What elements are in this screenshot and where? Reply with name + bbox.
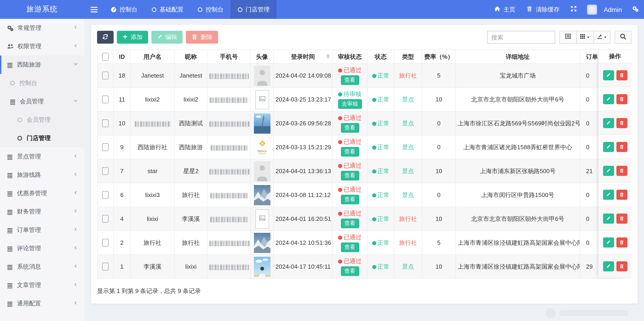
sidebar-item-common-config[interactable]: 通用配置 [0, 294, 84, 313]
nav-tab-store-management[interactable]: 门店管理 [230, 0, 276, 19]
operations-cell [598, 63, 632, 87]
cell-username: 旅行社 [130, 231, 174, 255]
sidebar-item-store-management[interactable]: 门店管理 [0, 129, 84, 148]
sidebar-item-general-management[interactable]: 常规管理 [0, 19, 84, 37]
row-checkbox[interactable] [102, 263, 108, 271]
avatar[interactable]: 西陆科技 [254, 137, 270, 157]
row-checkbox[interactable] [102, 119, 108, 127]
audit-action-button[interactable]: 查看 [341, 171, 359, 180]
delete-button[interactable]: 删除 [186, 31, 218, 44]
sidebar-item-member-management-group[interactable]: 会员管理 [0, 92, 84, 111]
cell-type: 旅行社 [394, 231, 422, 255]
row-delete-button[interactable] [616, 70, 627, 80]
app-logo[interactable]: 旅游系统 [0, 0, 84, 19]
select-all-checkbox[interactable] [102, 53, 108, 61]
row-delete-button[interactable] [616, 118, 627, 128]
nav-tab-dashboard[interactable]: 控制台 [104, 0, 144, 19]
sidebar-item-member-management[interactable]: 会员管理 [0, 111, 84, 129]
row-checkbox[interactable] [102, 167, 108, 175]
row-edit-button[interactable] [603, 189, 614, 199]
audit-action-button[interactable]: 查看 [341, 75, 359, 85]
sidebar-item-attraction-management[interactable]: 景点管理 [0, 148, 84, 166]
settings-button[interactable] [626, 0, 644, 19]
cell-rate: 5 [422, 231, 456, 255]
row-delete-button[interactable] [616, 237, 627, 247]
row-checkbox[interactable] [102, 143, 108, 151]
sidebar-item-xilu-travel[interactable]: 西陆旅游 [0, 56, 84, 74]
avatar[interactable] [254, 65, 270, 86]
sidebar-item-permission-management[interactable]: 权限管理 [0, 37, 84, 56]
clear-cache-button[interactable]: 清除缓存 [521, 0, 565, 19]
avatar[interactable] [254, 257, 270, 277]
user-avatar[interactable] [587, 4, 597, 14]
operations-cell [598, 159, 632, 183]
add-button[interactable]: 添加 [117, 31, 148, 44]
row-checkbox[interactable] [102, 96, 108, 103]
sidebar-item-coupon-management[interactable]: 优惠券管理 [0, 184, 84, 202]
nav-tab-console[interactable]: 控制台 [190, 0, 230, 19]
username-menu[interactable]: Admin [599, 0, 626, 19]
row-delete-button[interactable] [616, 213, 627, 223]
table-row: 4lixixi李溪溪2024-04-01 16:20:51已通过查看正常旅行社1… [97, 207, 622, 231]
row-checkbox[interactable] [102, 215, 108, 223]
row-edit-button[interactable] [603, 237, 614, 247]
row-delete-button[interactable] [616, 189, 627, 199]
avatar[interactable] [255, 209, 269, 228]
avatar[interactable] [254, 233, 270, 253]
row-delete-button[interactable] [616, 261, 627, 271]
sidebar-item-order-management[interactable]: 订单管理 [0, 221, 84, 239]
audit-action-button[interactable]: 查看 [341, 242, 359, 252]
refresh-button[interactable] [97, 31, 114, 44]
row-checkbox[interactable] [102, 239, 108, 247]
circle-icon [17, 117, 22, 123]
operations-cell [598, 87, 632, 111]
sidebar-item-system-messages[interactable]: 系统消息 [0, 258, 84, 276]
cell-avatar [250, 111, 274, 135]
row-edit-button[interactable] [603, 213, 614, 223]
sidebar-toggle-button[interactable] [84, 0, 104, 19]
cell-login-time: 2024-04-12 10:51:36 [274, 231, 332, 255]
audit-action-button[interactable]: 查看 [341, 219, 359, 228]
audit-action-button[interactable]: 查看 [341, 123, 359, 133]
row-checkbox[interactable] [102, 191, 108, 199]
row-edit-button[interactable] [603, 118, 614, 128]
row-delete-button[interactable] [616, 142, 627, 152]
search-input[interactable] [487, 31, 555, 44]
toggle-view-button[interactable] [559, 31, 576, 44]
audit-action-button[interactable]: 去审核 [338, 99, 362, 109]
avatar[interactable] [254, 185, 270, 205]
row-edit-button[interactable] [603, 70, 614, 80]
sidebar-item-console[interactable]: 控制台 [0, 74, 84, 92]
row-delete-button[interactable] [616, 94, 627, 104]
masked-username [134, 121, 170, 127]
sidebar-item-comment-management[interactable]: 评论管理 [0, 239, 84, 258]
sidebar-item-finance-management[interactable]: 财务管理 [0, 202, 84, 221]
row-edit-button[interactable] [603, 261, 614, 271]
sidebar-item-article-management[interactable]: 文章管理 [0, 276, 84, 294]
fullscreen-button[interactable] [565, 0, 582, 19]
nav-tab-basic-config[interactable]: 基础配置 [144, 0, 190, 19]
search-button[interactable] [614, 31, 632, 44]
row-checkbox[interactable] [102, 72, 108, 79]
cell-nickname: 旅行社 [174, 231, 207, 255]
chevron-left-icon [73, 153, 78, 159]
column-header-address: 详细地址 [456, 50, 580, 64]
audit-action-button[interactable]: 查看 [341, 195, 359, 204]
home-button[interactable]: 主页 [489, 0, 521, 19]
edit-button[interactable]: 编辑 [151, 31, 182, 44]
row-edit-button[interactable] [603, 142, 614, 152]
row-delete-button[interactable] [616, 165, 627, 176]
avatar[interactable] [254, 113, 270, 133]
export-button[interactable] [594, 31, 610, 44]
avatar[interactable] [255, 90, 269, 109]
audit-action-button[interactable]: 查看 [341, 266, 359, 276]
row-edit-button[interactable] [603, 94, 614, 104]
audit-dot-icon [338, 164, 342, 168]
chevron-left-icon [73, 25, 78, 30]
audit-action-button[interactable]: 查看 [341, 147, 359, 157]
sidebar-item-travel-routes[interactable]: 旅游线路 [0, 166, 84, 184]
row-edit-button[interactable] [603, 165, 614, 176]
column-header-login-time[interactable]: 登录时间 [274, 50, 332, 64]
avatar[interactable] [254, 161, 270, 181]
columns-button[interactable] [576, 31, 594, 44]
